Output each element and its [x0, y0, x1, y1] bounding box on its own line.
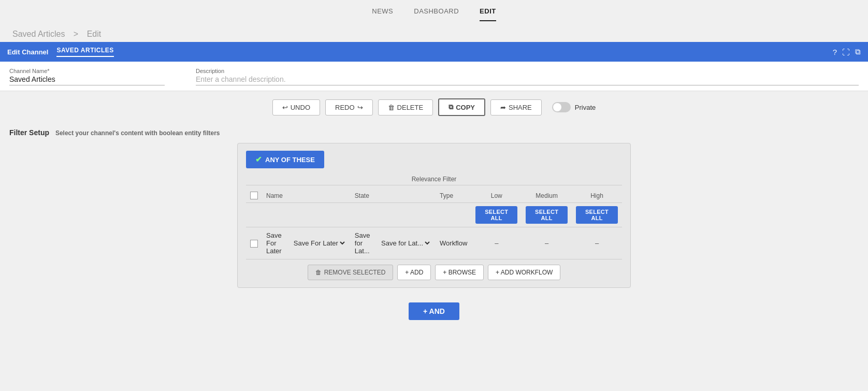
- row-name-value: Save For Later: [266, 231, 291, 255]
- delete-icon: 🗑: [388, 104, 395, 111]
- copy-button[interactable]: ⧉ COPY: [438, 98, 485, 116]
- select-all-medium-cell: SELECT ALL: [522, 203, 572, 227]
- and-button[interactable]: + AND: [409, 302, 459, 320]
- select-all-spacer: [246, 203, 471, 227]
- undo-icon: ↩: [282, 104, 288, 111]
- channel-fields: Channel Name* Saved Articles Description…: [0, 62, 868, 91]
- row-state-cell: Save for Lat... Save for Lat...: [351, 227, 436, 259]
- redo-label: REDO: [335, 104, 355, 111]
- select-all-low-button[interactable]: SELECT ALL: [475, 206, 517, 224]
- header-state: State: [351, 189, 436, 203]
- state-dropdown-wrap: Save for Lat... Save for Lat...: [355, 231, 431, 255]
- undo-label: UNDO: [291, 104, 310, 111]
- toggle-knob: [553, 103, 561, 111]
- channel-desc-value[interactable]: Enter a channel description.: [196, 75, 859, 85]
- private-toggle-wrap: Private: [552, 102, 596, 112]
- breadcrumb-part1: Saved Articles: [12, 30, 65, 38]
- header-type: Type: [436, 189, 471, 203]
- select-all-checkbox[interactable]: [250, 192, 258, 199]
- redo-button[interactable]: REDO ↪: [325, 99, 373, 115]
- help-icon[interactable]: ?: [833, 48, 837, 56]
- and-button-wrap: + AND: [0, 295, 868, 327]
- top-navigation: NEWS DASHBOARD EDIT: [0, 0, 868, 21]
- header-medium: Medium: [522, 189, 572, 203]
- state-dropdown[interactable]: Save for Lat...: [379, 239, 431, 248]
- row-checkbox-cell: [246, 227, 262, 259]
- row-type-cell: Workflow: [436, 227, 471, 259]
- toolbar: ↩ UNDO REDO ↪ 🗑 DELETE ⧉ COPY ➦ SHARE Pr…: [0, 91, 868, 123]
- filter-table: Name State Type Low Medium High SELECT A…: [246, 189, 622, 259]
- tab-edit[interactable]: EDIT: [480, 7, 496, 21]
- filter-setup-title: Filter Setup: [9, 128, 49, 137]
- fullscreen-icon[interactable]: ⛶: [842, 48, 850, 56]
- row-checkbox[interactable]: [250, 240, 258, 248]
- table-row: Save For Later Save For Later Save for L…: [246, 227, 622, 259]
- breadcrumb: Saved Articles > Edit: [0, 21, 868, 42]
- filter-box-wrap: ✔ ANY OF THESE Relevance Filter Name Sta…: [0, 140, 868, 295]
- delete-label: DELETE: [397, 104, 424, 111]
- any-of-these-button[interactable]: ✔ ANY OF THESE: [246, 151, 324, 168]
- header-name: Name: [262, 189, 351, 203]
- tab-dashboard[interactable]: DASHBOARD: [414, 7, 459, 21]
- breadcrumb-part2: Edit: [87, 30, 102, 38]
- redo-icon: ↪: [357, 104, 363, 111]
- private-toggle[interactable]: [552, 102, 571, 112]
- saved-articles-tab[interactable]: SAVED ARTICLES: [56, 47, 113, 57]
- filter-box: ✔ ANY OF THESE Relevance Filter Name Sta…: [237, 143, 631, 288]
- delete-button[interactable]: 🗑 DELETE: [378, 99, 433, 115]
- channel-bar-icons: ? ⛶ ⧉: [833, 47, 861, 56]
- breadcrumb-separator: >: [74, 30, 78, 38]
- header-low: Low: [471, 189, 522, 203]
- checkmark-icon: ✔: [255, 155, 262, 164]
- select-all-high-cell: SELECT ALL: [572, 203, 622, 227]
- any-of-these-label: ANY OF THESE: [265, 156, 315, 164]
- add-workflow-button[interactable]: + ADD WORKFLOW: [488, 265, 560, 280]
- private-label: Private: [575, 104, 596, 111]
- edit-channel-label: Edit Channel: [7, 48, 48, 56]
- header-high: High: [572, 189, 622, 203]
- add-button[interactable]: + ADD: [397, 265, 431, 280]
- select-all-low-cell: SELECT ALL: [471, 203, 522, 227]
- table-header-row: Name State Type Low Medium High: [246, 189, 622, 203]
- select-all-medium-button[interactable]: SELECT ALL: [526, 206, 568, 224]
- channel-desc-field-group: Description Enter a channel description.: [196, 68, 859, 85]
- channel-name-field-group: Channel Name* Saved Articles: [9, 68, 165, 85]
- relevance-filter-label: Relevance Filter: [246, 176, 622, 185]
- row-medium-cell: –: [522, 227, 572, 259]
- row-low-cell: –: [471, 227, 522, 259]
- select-all-high-button[interactable]: SELECT ALL: [576, 206, 618, 224]
- filter-setup-subtitle: Select your channel's content with boole…: [55, 129, 220, 137]
- undo-button[interactable]: ↩ UNDO: [272, 99, 320, 115]
- browse-button[interactable]: + BROWSE: [435, 265, 484, 280]
- share-button[interactable]: ➦ SHARE: [490, 99, 542, 115]
- row-high-cell: –: [572, 227, 622, 259]
- remove-selected-label: REMOVE SELECTED: [324, 269, 386, 276]
- select-all-row: SELECT ALL SELECT ALL SELECT ALL: [246, 203, 622, 227]
- tab-news[interactable]: NEWS: [372, 7, 393, 21]
- share-icon: ➦: [500, 104, 506, 111]
- row-name-cell: Save For Later Save For Later: [262, 227, 351, 259]
- row-state-value: Save for Lat...: [355, 231, 378, 255]
- share-label: SHARE: [509, 104, 532, 111]
- bottom-actions: 🗑 REMOVE SELECTED + ADD + BROWSE + ADD W…: [246, 259, 622, 280]
- copy-icon: ⧉: [449, 103, 453, 111]
- copy-label: COPY: [456, 104, 475, 111]
- remove-selected-button[interactable]: 🗑 REMOVE SELECTED: [308, 265, 394, 280]
- channel-desc-label: Description: [196, 68, 859, 74]
- channel-name-value[interactable]: Saved Articles: [9, 75, 165, 85]
- channel-name-label: Channel Name*: [9, 68, 165, 74]
- trash-icon: 🗑: [315, 269, 322, 276]
- name-dropdown[interactable]: Save For Later: [292, 239, 346, 248]
- header-checkbox-col: [246, 189, 262, 203]
- channel-bar: Edit Channel SAVED ARTICLES ? ⛶ ⧉: [0, 42, 868, 62]
- filter-setup-header: Filter Setup Select your channel's conte…: [0, 123, 868, 140]
- external-link-icon[interactable]: ⧉: [855, 47, 861, 56]
- name-dropdown-wrap: Save For Later Save For Later: [266, 231, 346, 255]
